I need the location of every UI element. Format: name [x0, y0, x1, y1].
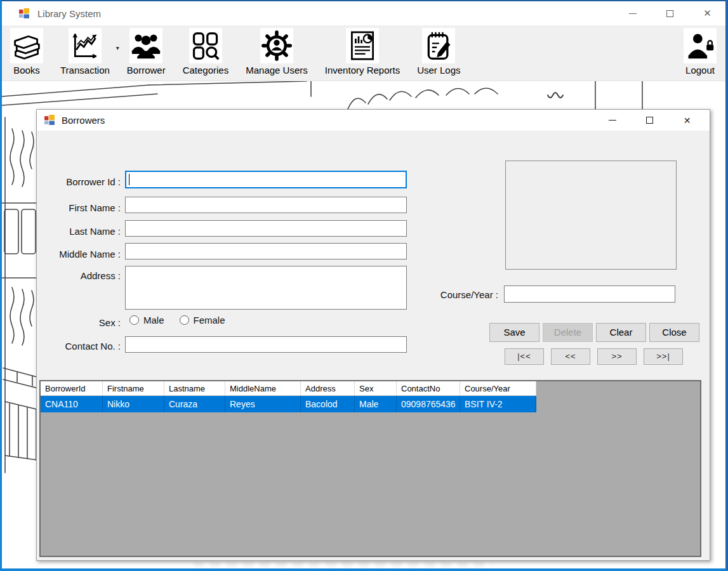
toolbar-item-manage-users[interactable]: Manage Users — [246, 28, 308, 75]
text-caret — [129, 174, 129, 185]
logout-person-lock-icon — [684, 28, 717, 63]
nav-next-button[interactable]: >> — [597, 348, 637, 365]
column-header[interactable]: ContactNo — [397, 381, 460, 395]
toolbar-label: Logout — [685, 65, 715, 75]
user-logs-icon — [422, 28, 455, 63]
first-name-input[interactable] — [125, 197, 407, 213]
contact-no-label: Contact No. : — [37, 338, 121, 355]
transaction-chart-icon — [69, 28, 102, 63]
borrowers-titlebar[interactable]: Borrowers ✕ — [37, 110, 710, 131]
save-button[interactable]: Save — [489, 323, 539, 342]
inventory-reports-icon — [346, 28, 379, 63]
mdi-workspace: Borrowers ✕ Borrower Id : First Name : L… — [2, 81, 725, 568]
radio-icon — [129, 315, 139, 325]
column-header[interactable]: Course/Year — [460, 381, 536, 395]
app-icon — [19, 8, 30, 19]
grid-header-row: BorrowerId Firstname Lastname MiddleName… — [41, 381, 536, 396]
column-header[interactable]: Address — [301, 381, 355, 395]
close-icon: ✕ — [684, 115, 691, 126]
last-name-input[interactable] — [125, 220, 407, 237]
toolbar-label: Categories — [183, 65, 229, 75]
middle-name-label: Middle Name : — [37, 246, 121, 263]
toolbar-label: Manage Users — [246, 65, 308, 75]
cell-borrower-id: CNA110 — [41, 396, 103, 412]
sex-radio-male[interactable]: Male — [129, 315, 164, 325]
sex-label: Sex : — [37, 315, 121, 331]
cell-course-year: BSIT IV-2 — [460, 396, 536, 412]
sex-radio-group: Male Female — [129, 315, 225, 325]
toolbar-label: Borrower — [127, 65, 166, 75]
first-name-label: First Name : — [37, 200, 121, 216]
manage-users-gear-icon — [260, 28, 293, 63]
middle-name-input[interactable] — [125, 243, 407, 259]
female-radio-label: Female — [194, 315, 225, 325]
toolbar-item-transaction[interactable]: Transaction ▾ — [60, 28, 110, 75]
borrower-photo-box — [505, 161, 677, 270]
close-button[interactable]: ✕ — [693, 1, 722, 25]
nav-last-button[interactable]: >>| — [644, 348, 683, 365]
cell-address: Bacolod — [301, 396, 355, 412]
minimize-icon — [609, 120, 616, 121]
books-icon — [10, 28, 43, 63]
column-header[interactable]: BorrowerId — [41, 381, 103, 395]
toolbar-label: Books — [13, 65, 40, 75]
borrowers-client-area: Borrower Id : First Name : Last Name : M… — [37, 131, 710, 560]
course-year-label: Course/Year : — [418, 287, 498, 303]
cell-sex: Male — [355, 396, 397, 412]
maximize-button[interactable] — [656, 1, 684, 25]
close-icon: ✕ — [703, 8, 711, 19]
minimize-icon — [629, 13, 637, 14]
borrowers-close-button[interactable]: ✕ — [668, 110, 706, 131]
categories-grid-icon — [189, 28, 222, 63]
library-system-window: Library System ✕ Books — [0, 0, 728, 571]
column-header[interactable]: Lastname — [164, 381, 225, 395]
borrowers-window-title: Borrowers — [62, 115, 105, 126]
radio-icon — [180, 315, 189, 325]
close-form-button[interactable]: Close — [649, 323, 699, 342]
cell-lastname: Curaza — [164, 396, 225, 412]
address-input[interactable] — [125, 266, 407, 310]
background-sketch-caption — [194, 561, 492, 567]
contact-no-input[interactable] — [125, 336, 407, 353]
column-header[interactable]: Sex — [355, 381, 397, 395]
nav-previous-button[interactable]: << — [551, 348, 590, 365]
clear-button[interactable]: Clear — [596, 323, 646, 342]
toolbar-item-inventory-reports[interactable]: Inventory Reports — [325, 28, 400, 75]
toolbar-item-books[interactable]: Books — [10, 28, 43, 75]
delete-button: Delete — [543, 323, 593, 342]
borrowers-minimize-button[interactable] — [593, 110, 631, 131]
table-row[interactable]: CNA110 Nikko Curaza Reyes Bacolod Male 0… — [41, 396, 536, 412]
sex-radio-female[interactable]: Female — [180, 315, 225, 325]
borrower-people-icon — [129, 28, 162, 63]
toolbar-item-borrower[interactable]: Borrower — [127, 28, 166, 75]
toolbar-item-categories[interactable]: Categories — [183, 28, 229, 75]
borrowers-data-grid: BorrowerId Firstname Lastname MiddleName… — [39, 380, 701, 557]
toolbar-item-logout[interactable]: Logout — [684, 28, 717, 75]
borrowers-maximize-button[interactable] — [631, 110, 668, 131]
dropdown-arrow-icon[interactable]: ▾ — [116, 44, 119, 51]
maximize-icon — [666, 10, 673, 17]
male-radio-label: Male — [143, 315, 164, 325]
cell-contact-no: 09098765436 — [397, 396, 460, 412]
column-header[interactable]: MiddleName — [225, 381, 301, 395]
borrower-id-input[interactable] — [125, 171, 407, 188]
toolbar-label: Transaction — [60, 65, 110, 75]
course-year-input[interactable] — [504, 286, 675, 303]
toolbar-item-user-logs[interactable]: User Logs — [417, 28, 460, 75]
nav-first-button[interactable]: |<< — [505, 348, 544, 365]
main-titlebar[interactable]: Library System ✕ — [2, 1, 725, 25]
last-name-label: Last Name : — [37, 223, 121, 240]
column-header[interactable]: Firstname — [103, 381, 164, 395]
window-title: Library System — [37, 8, 101, 19]
borrower-id-label: Borrower Id : — [37, 174, 121, 190]
minimize-button[interactable] — [618, 1, 647, 25]
maximize-icon — [646, 117, 653, 124]
address-label: Address : — [37, 268, 121, 284]
cell-firstname: Nikko — [103, 396, 164, 412]
toolbar-label: Inventory Reports — [325, 65, 400, 75]
toolbar-label: User Logs — [417, 65, 460, 75]
form-icon — [44, 115, 55, 126]
borrowers-window: Borrowers ✕ Borrower Id : First Name : L… — [36, 109, 710, 561]
main-toolbar: Books Transaction ▾ — [2, 25, 725, 81]
cell-middlename: Reyes — [225, 396, 301, 412]
